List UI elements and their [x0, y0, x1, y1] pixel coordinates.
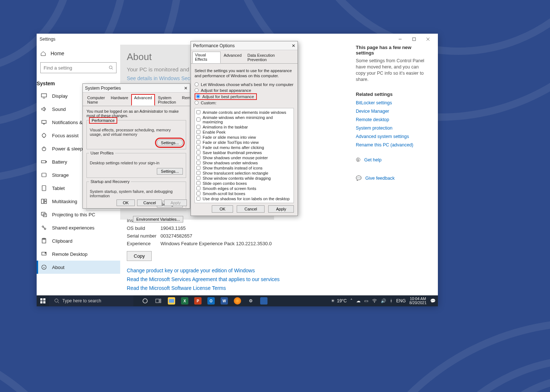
cortana-icon[interactable] — [141, 297, 149, 305]
radio-input[interactable] — [195, 82, 199, 86]
effect-checkbox-row[interactable]: Smooth edges of screen fonts — [196, 186, 292, 191]
sidebar-item-about[interactable]: About — [37, 261, 120, 274]
effect-checkbox-row[interactable]: Show shadows under windows — [196, 160, 292, 165]
radio-input[interactable] — [195, 88, 199, 92]
effect-checkbox[interactable] — [196, 135, 200, 139]
effect-checkbox-row[interactable]: Smooth-scroll list boxes — [196, 191, 292, 196]
effect-checkbox-row[interactable]: Slide open combo boxes — [196, 181, 292, 186]
related-link[interactable]: System protection — [356, 126, 429, 131]
effect-checkbox-row[interactable]: Show thumbnails instead of icons — [196, 165, 292, 171]
ok-button[interactable]: OK — [212, 205, 233, 213]
related-link[interactable]: BitLocker settings — [356, 100, 429, 105]
effect-checkbox-row[interactable]: Show translucent selection rectangle — [196, 171, 292, 176]
effect-checkbox-row[interactable]: Use drop shadows for icon labels on the … — [196, 196, 292, 201]
tab-computer-name[interactable]: Computer Name — [84, 94, 108, 106]
task-view-icon[interactable] — [155, 297, 162, 305]
effect-checkbox[interactable] — [196, 130, 200, 134]
radio-option[interactable]: Adjust for best performance — [195, 93, 257, 100]
effect-checkbox[interactable] — [196, 125, 200, 129]
onedrive-icon[interactable]: ☁ — [356, 298, 361, 303]
maximize-button[interactable] — [407, 34, 421, 44]
apply-button[interactable]: Apply — [164, 199, 187, 206]
clock[interactable]: 10:04 AM 8/20/2021 — [409, 297, 427, 305]
action-center-icon[interactable]: 💬 — [430, 298, 436, 303]
cancel-button[interactable]: Cancel — [237, 205, 265, 213]
outlook-icon[interactable]: O — [207, 297, 215, 305]
tab-advanced[interactable]: Advanced — [221, 52, 244, 63]
effect-checkbox-row[interactable]: Fade or slide ToolTips into view — [196, 140, 292, 145]
tray-chevron-icon[interactable]: ˄ — [350, 298, 352, 303]
tab-visual-effects[interactable]: Visual Effects — [192, 52, 221, 63]
effect-checkbox[interactable] — [196, 181, 200, 185]
about-link[interactable]: Read the Microsoft Services Agreement th… — [127, 276, 438, 282]
volume-icon[interactable]: 🔊 — [381, 298, 386, 303]
search-input[interactable]: Find a setting — [40, 62, 117, 73]
effect-checkbox-row[interactable]: Save taskbar thumbnail previews — [196, 150, 292, 155]
sidebar-item-clipboard[interactable]: Clipboard — [37, 234, 120, 247]
about-link[interactable]: Change product key or upgrade your editi… — [127, 268, 438, 273]
bluetooth-icon[interactable]: ᚼ — [390, 298, 392, 303]
effect-checkbox[interactable] — [196, 186, 200, 190]
effect-checkbox[interactable] — [196, 150, 200, 154]
excel-icon[interactable]: X — [181, 297, 188, 305]
apply-button[interactable]: Apply — [268, 205, 294, 213]
effect-checkbox[interactable] — [196, 161, 200, 165]
effect-checkbox[interactable] — [196, 140, 200, 144]
radio-input[interactable] — [195, 101, 199, 105]
performance-settings-button[interactable]: Settings... — [157, 139, 183, 146]
home-link[interactable]: Home — [37, 48, 120, 59]
cancel-button[interactable]: Cancel — [137, 199, 162, 206]
wifi-icon[interactable] — [372, 299, 377, 303]
effect-checkbox-row[interactable]: Animations in the taskbar — [196, 124, 292, 130]
close-icon[interactable]: ✕ — [184, 86, 188, 91]
tab-data-execution-prevention[interactable]: Data Execution Prevention — [244, 52, 296, 63]
get-help-link[interactable]: 🛈 Get help — [356, 154, 429, 166]
effect-checkbox-row[interactable]: Animate windows when minimizing and maxi… — [196, 115, 292, 124]
weather-widget[interactable]: ☀19°C — [331, 298, 347, 303]
file-explorer-icon[interactable] — [168, 297, 175, 305]
effect-checkbox[interactable] — [196, 145, 200, 149]
radio-option[interactable]: Let Windows choose what's best for my co… — [195, 82, 294, 87]
effect-checkbox-row[interactable]: Animate controls and elements inside win… — [196, 110, 292, 115]
effect-checkbox-row[interactable]: Show window contents while dragging — [196, 176, 292, 181]
give-feedback-link[interactable]: 💬 Give feedback — [356, 172, 429, 184]
tab-system-protection[interactable]: System Protection — [155, 94, 179, 106]
effect-checkbox-row[interactable]: Fade or slide menus into view — [196, 135, 292, 140]
word-icon[interactable]: W — [221, 297, 228, 305]
ok-button[interactable]: OK — [117, 199, 135, 206]
minimize-button[interactable] — [393, 34, 407, 44]
settings-icon[interactable]: ⚙ — [247, 297, 254, 305]
related-link[interactable]: Advanced system settings — [356, 134, 429, 139]
effect-checkbox[interactable] — [196, 176, 200, 180]
effect-checkbox[interactable] — [196, 166, 200, 170]
close-button[interactable] — [421, 34, 435, 44]
related-link[interactable]: Remote desktop — [356, 117, 429, 122]
effect-checkbox[interactable] — [196, 197, 200, 201]
effect-checkbox-row[interactable]: Show shadows under mouse pointer — [196, 155, 292, 160]
taskbar-search[interactable]: Type here to search — [49, 295, 133, 306]
sidebar-item-shared[interactable]: Shared experiences — [37, 221, 120, 234]
sidebar-item-remote[interactable]: Remote Desktop — [37, 247, 120, 261]
language-indicator[interactable]: ENG — [396, 298, 406, 303]
tab-hardware[interactable]: Hardware — [108, 94, 131, 106]
start-button[interactable] — [37, 295, 49, 306]
effect-checkbox[interactable] — [196, 117, 200, 122]
user-profiles-settings-button[interactable]: Settings... — [157, 168, 183, 175]
copy-button[interactable]: Copy — [127, 251, 152, 261]
firefox-icon[interactable] — [234, 297, 241, 305]
powerpoint-icon[interactable]: P — [194, 297, 202, 305]
radio-option[interactable]: Custom: — [195, 100, 294, 106]
effect-checkbox[interactable] — [196, 191, 200, 195]
related-link[interactable]: Rename this PC (advanced) — [356, 142, 429, 148]
effect-checkbox[interactable] — [196, 156, 200, 160]
photos-icon[interactable] — [260, 297, 267, 305]
radio-input[interactable] — [196, 94, 200, 98]
environment-variables-button[interactable]: Environment Variables... — [133, 216, 183, 223]
battery-icon[interactable]: ▭ — [364, 298, 368, 303]
about-link[interactable]: Read the Microsoft Software License Term… — [127, 285, 438, 291]
effect-checkbox[interactable] — [196, 171, 200, 175]
effect-checkbox[interactable] — [196, 110, 200, 114]
effect-checkbox-row[interactable]: Enable Peek — [196, 130, 292, 135]
close-icon[interactable]: ✕ — [292, 43, 295, 48]
effect-checkbox-row[interactable]: Fade out menu items after clicking — [196, 145, 292, 150]
